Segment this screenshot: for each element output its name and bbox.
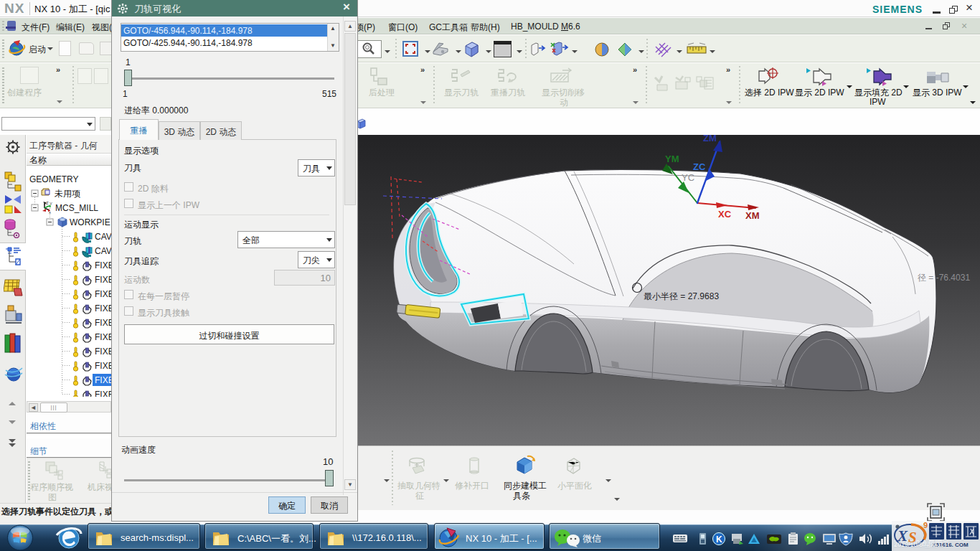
svg-text:Y: Y [50, 202, 52, 206]
svg-text:未用项: 未用项 [55, 189, 80, 199]
svg-text:ZC: ZC [693, 161, 706, 172]
svg-text:XM: XM [745, 210, 760, 221]
svg-text:FIXE: FIXE [95, 275, 111, 285]
svg-text:K: K [716, 534, 722, 545]
svg-text:MCS_MILL: MCS_MILL [55, 203, 98, 213]
svg-text:YM: YM [665, 154, 679, 164]
svg-text:ZM: ZM [703, 135, 717, 143]
svg-text:CAV: CAV [95, 232, 111, 242]
svg-text:FIXE: FIXE [95, 347, 111, 357]
svg-text:FIXE: FIXE [95, 260, 111, 270]
svg-text:CAV: CAV [95, 246, 111, 256]
svg-text:YC: YC [682, 172, 694, 183]
svg-text:XC: XC [718, 209, 732, 220]
svg-text:FIXE: FIXE [95, 332, 111, 342]
svg-text:最小半径 = 27.9683: 最小半径 = 27.9683 [644, 291, 719, 301]
svg-text:FIXE: FIXE [95, 361, 111, 371]
svg-text:径 = -76.4031: 径 = -76.4031 [918, 273, 970, 283]
svg-text:FIXE: FIXE [95, 289, 111, 299]
svg-text:GEOMETRY: GEOMETRY [29, 174, 78, 184]
svg-text:Z: Z [46, 201, 49, 205]
svg-text:FIXE: FIXE [95, 318, 111, 328]
svg-text:FIXE: FIXE [95, 375, 111, 385]
svg-text:FIXE: FIXE [95, 390, 111, 397]
svg-text:WORKPIE: WORKPIE [70, 217, 110, 227]
svg-text:FIXE: FIXE [95, 303, 111, 314]
svg-text:x: x [49, 210, 51, 215]
